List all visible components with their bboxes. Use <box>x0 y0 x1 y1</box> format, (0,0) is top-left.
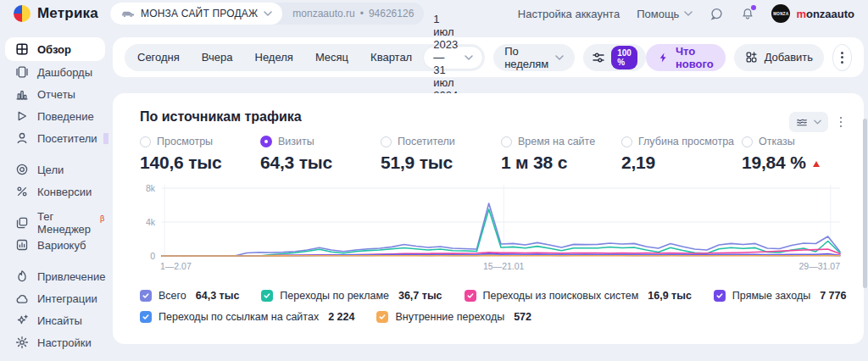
metric-tab-4[interactable]: Глубина просмотра2,19 <box>621 136 742 173</box>
legend-item[interactable]: Внутренние переходы572 <box>376 311 531 323</box>
checkbox-checked-icon[interactable] <box>261 290 273 302</box>
radio-selected-icon[interactable] <box>260 136 272 147</box>
legend-item[interactable]: Переходы по ссылкам на сайтах2 224 <box>140 311 354 323</box>
sidebar-item-visitors[interactable]: Посетители <box>5 127 105 149</box>
legend-value: 36,7 тыс <box>398 290 442 302</box>
behavior-icon <box>15 109 29 123</box>
sampling-control[interactable]: 100 % <box>583 44 646 71</box>
metric-value: 64,3 тыс <box>260 153 381 173</box>
chat-icon[interactable] <box>709 7 724 21</box>
preset-button-4[interactable]: Квартал <box>359 46 423 69</box>
toolbar-more-button[interactable] <box>832 44 852 71</box>
sidebar-item-reports[interactable]: Отчеты <box>5 83 105 105</box>
counter-selector[interactable]: МОНЗА САЙТ ПРОДАЖ <box>110 3 282 25</box>
sliders-icon <box>592 51 605 64</box>
legend-value: 7 776 <box>820 290 846 302</box>
preset-button-3[interactable]: Месяц <box>304 46 359 69</box>
user-name: monzaauto <box>796 8 854 20</box>
radio-icon[interactable] <box>501 136 512 147</box>
line-chart-icon <box>796 117 808 127</box>
sidebar-item-label: Привлечение <box>37 270 106 283</box>
chevron-down-icon <box>555 55 564 60</box>
checkbox-checked-icon[interactable] <box>465 290 476 302</box>
radio-icon[interactable] <box>381 136 392 147</box>
sidebar-item-behavior[interactable]: Поведение <box>5 105 105 127</box>
checkbox-checked-icon[interactable] <box>140 290 152 302</box>
notifications-bell-icon[interactable] <box>741 7 754 21</box>
metric-tab-0[interactable]: Просмотры140,6 тыс <box>140 136 260 173</box>
car-icon <box>120 9 135 18</box>
metric-tab-2[interactable]: Посетители51,9 тыс <box>381 136 501 173</box>
counter-domain[interactable]: monzaauto.ru <box>292 8 354 19</box>
metric-tab-5[interactable]: Отказы19,84 % <box>742 136 862 173</box>
sidebar-item-label: Дашборды <box>37 66 92 79</box>
metric-value: 2,19 <box>621 153 742 173</box>
metric-tabs: Просмотры140,6 тысВизиты64,3 тысПосетите… <box>140 136 862 173</box>
metric-label: Время на сайте <box>518 136 595 147</box>
metric-label: Визиты <box>278 136 314 147</box>
card-more-button[interactable] <box>840 117 843 128</box>
goals-icon <box>15 163 29 176</box>
preset-button-0[interactable]: Сегодня <box>126 46 191 69</box>
add-widget-label: Добавить <box>765 51 813 64</box>
counter-switcher: МОНЗА САЙТ ПРОДАЖ monzaauto.ru • 9462612… <box>110 3 424 25</box>
preset-button-2[interactable]: Неделя <box>244 46 304 69</box>
sidebar-item-insights[interactable]: Инсайты <box>5 309 105 331</box>
sidebar-item-attraction[interactable]: Привлечение <box>5 265 105 287</box>
date-range-picker[interactable]: 1 июл 2023 — 31 июл 2024 <box>423 46 483 69</box>
add-widget-button[interactable]: Добавить <box>734 44 824 71</box>
metrica-logo-text: Метрика <box>37 5 98 22</box>
radio-icon[interactable] <box>742 136 753 147</box>
legend-item[interactable]: Всего64,3 тыс <box>140 290 239 302</box>
metric-tab-1[interactable]: Визиты64,3 тыс <box>260 136 381 173</box>
checkbox-checked-icon[interactable] <box>376 311 388 323</box>
conversions-icon <box>15 185 29 198</box>
metric-label: Посетители <box>398 136 455 147</box>
account-settings-link[interactable]: Настройка аккаунта <box>518 8 620 20</box>
tag-manager-icon <box>15 216 29 230</box>
help-menu[interactable]: Помощь <box>637 8 693 20</box>
radio-icon[interactable] <box>140 136 151 147</box>
legend-value: 2 224 <box>328 311 354 323</box>
checkbox-checked-icon[interactable] <box>140 311 152 323</box>
scrollbar-thumb[interactable] <box>863 119 867 288</box>
legend-label: Внутренние переходы <box>395 311 504 323</box>
lightning-icon <box>658 52 669 64</box>
metric-label: Глубина просмотра <box>638 136 734 147</box>
metric-tab-3[interactable]: Время на сайте1 м 38 с <box>501 136 621 173</box>
chevron-down-icon <box>465 55 473 60</box>
sidebar-item-goals[interactable]: Цели <box>5 158 105 180</box>
metrica-logo[interactable]: Метрика <box>14 5 98 22</box>
sidebar-item-integrations[interactable]: Интеграции <box>5 287 105 309</box>
checkbox-checked-icon[interactable] <box>714 290 726 302</box>
svg-text:29—31.07: 29—31.07 <box>799 261 841 271</box>
user-menu[interactable]: MONZA monzaauto <box>771 4 854 23</box>
preset-button-1[interactable]: Вчера <box>191 46 244 69</box>
legend-item[interactable]: Переходы из поисковых систем16,9 тыс <box>465 290 692 302</box>
legend-label: Переходы по рекламе <box>280 290 389 302</box>
chart-type-select[interactable] <box>789 112 828 132</box>
svg-text:1—2.07: 1—2.07 <box>160 261 192 271</box>
counter-id: 94626126 <box>369 8 414 19</box>
granularity-select[interactable]: По неделям <box>493 44 575 71</box>
legend-item[interactable]: Прямые заходы7 776 <box>714 290 847 302</box>
traffic-chart[interactable]: 04k8k1—2.0715—21.0129—31.07 <box>133 181 843 273</box>
sidebar-item-tag-manager[interactable]: Тег Менеджерβ <box>5 212 105 234</box>
sidebar-item-settings[interactable]: Настройки <box>5 331 105 353</box>
reports-icon <box>15 87 29 101</box>
legend-item[interactable]: Переходы по рекламе36,7 тыс <box>261 290 442 302</box>
visitors-icon <box>15 131 29 145</box>
dashboards-icon <box>15 65 29 79</box>
sidebar-item-label: Вариокуб <box>37 239 86 252</box>
sidebar-item-dashboards[interactable]: Дашборды <box>5 61 105 83</box>
sidebar-item-variocube[interactable]: Вариокуб <box>5 234 105 256</box>
sidebar-item-overview[interactable]: Обзор <box>5 37 105 61</box>
radio-icon[interactable] <box>621 136 632 147</box>
metrica-logo-icon <box>14 5 31 22</box>
sampling-badge: 100 % <box>611 46 637 69</box>
sidebar-item-conversions[interactable]: Конверсии <box>5 180 105 203</box>
toolbar: СегодняВчераНеделяМесяцКвартал 1 июл 202… <box>113 37 864 77</box>
notification-dot <box>751 5 756 10</box>
sidebar-item-label: Поведение <box>37 110 94 123</box>
whats-new-button[interactable]: Что нового <box>646 44 726 71</box>
